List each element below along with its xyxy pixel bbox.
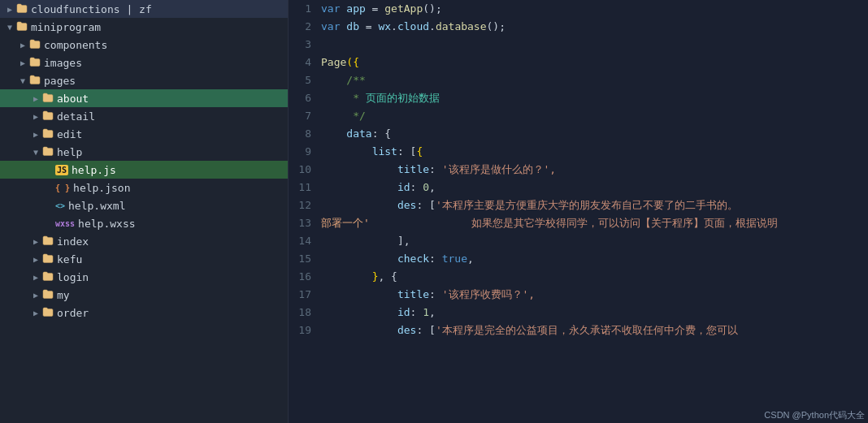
token-kw: var [321,2,346,15]
tree-arrow-about: ▶ [29,94,42,103]
sidebar-item-detail[interactable]: ▶detail [0,107,288,125]
line-number: 14 [289,232,321,250]
token-punct [321,163,397,175]
line-code: * 页面的初始数据 [321,89,868,107]
line-number: 13 [289,214,321,232]
sidebar-item-login[interactable]: ▶login [0,268,288,286]
code-editor: 1var app = getApp();2var db = wx.cloud.d… [289,0,868,423]
tree-label-login: login [57,271,89,283]
line-code: 部署一个' 如果您是其它学校得同学，可以访问【关于程序】页面，根据说明 [321,214,868,232]
token-punct: : [429,163,442,175]
code-line: 14 ], [289,232,868,250]
token-punct [321,306,397,318]
line-number: 1 [289,0,321,18]
sidebar-item-edit[interactable]: ▶edit [0,125,288,143]
tree-arrow-miniprogram: ▼ [3,23,16,32]
line-code: var db = wx.cloud.database(); [321,18,868,36]
sidebar-item-helpjs[interactable]: JShelp.js [0,161,288,179]
sidebar-item-order[interactable]: ▶order [0,304,288,322]
token-str: '本程序主要是方便重庆大学的朋友发布自己不要了的二手书的。 [436,199,738,211]
tree-arrow-index: ▶ [29,237,42,246]
token-kw: var [321,20,346,32]
tree-icon-folder [42,110,54,123]
line-number: 5 [289,71,321,89]
line-number: 10 [289,161,321,179]
token-prop: cloud [397,20,429,32]
tree-label-index: index [57,235,89,248]
token-punct: = [366,2,384,15]
sidebar-item-pages[interactable]: ▼pages [0,71,288,89]
line-code: var app = getApp(); [321,0,868,18]
token-fn: Page [321,56,346,68]
sidebar-item-miniprogram[interactable]: ▼miniprogram [0,18,288,36]
line-code: des: ['本程序主要是方便重庆大学的朋友发布自己不要了的二手书的。 [321,196,868,214]
token-bool: true [442,253,467,265]
line-code: }, { [321,268,868,286]
sidebar-item-cloudfunctions[interactable]: ▶cloudfunctions | zf [0,0,288,18]
token-punct: : [ [416,199,435,211]
token-punct: : [429,288,442,300]
token-punct: : [ [416,324,435,336]
sidebar-item-my[interactable]: ▶my [0,286,288,304]
line-number: 4 [289,54,321,71]
line-number: 9 [289,143,321,161]
code-line: 9 list: [{ [289,143,868,161]
file-tree[interactable]: ▶cloudfunctions | zf▼miniprogram▶compone… [0,0,289,423]
tree-icon-folder [42,93,54,105]
token-cn-orange: 部署一个' [321,217,370,229]
tree-label-kefu: kefu [57,253,82,265]
code-area: 1var app = getApp();2var db = wx.cloud.d… [289,0,868,339]
sidebar-item-components[interactable]: ▶components [0,36,288,54]
tree-arrow-login: ▶ [29,273,42,282]
code-line: 16 }, { [289,268,868,286]
token-num: 0 [423,181,429,193]
line-number: 15 [289,250,321,268]
tree-icon-folder [16,3,28,15]
line-number: 17 [289,286,321,304]
code-line: 7 */ [289,107,868,125]
sidebar-item-about[interactable]: ▶about [0,89,288,107]
tree-label-edit: edit [57,128,82,140]
tree-icon-folder [42,307,54,319]
sidebar-item-helpjson[interactable]: { }help.json [0,179,288,196]
token-punct: . [429,20,436,32]
token-str: 如果您是其它学校得同学，可以访问【关于程序】页面，根据说明 [471,217,778,229]
code-line: 15 check: true, [289,250,868,268]
token-prop: title [397,288,429,300]
line-number: 12 [289,196,321,214]
line-code: check: true, [321,250,868,268]
tree-arrow-edit: ▶ [29,130,42,139]
token-punct [321,324,397,336]
line-code [321,36,868,54]
token-punct: , [429,181,436,193]
sidebar-item-helpwxml[interactable]: <>help.wxml [0,196,288,214]
line-code: data: { [321,125,868,143]
token-cmt: /** [321,74,366,86]
line-code: list: [{ [321,143,868,161]
sidebar-item-index[interactable]: ▶index [0,232,288,250]
code-line: 6 * 页面的初始数据 [289,89,868,107]
tree-icon-folder [16,21,28,33]
sidebar-item-kefu[interactable]: ▶kefu [0,250,288,268]
code-line: 10 title: '该程序是做什么的？', [289,161,868,179]
line-number: 6 [289,89,321,107]
token-punct: . [391,20,397,32]
tree-icon-folder [29,57,41,69]
token-punct [370,217,471,229]
line-number: 3 [289,36,321,54]
tree-icon-json: { } [55,182,70,193]
sidebar-item-helpwxss[interactable]: wxsshelp.wxss [0,214,288,232]
tree-icon-wxss: wxss [55,218,75,229]
line-code: title: '该程序是做什么的？', [321,161,868,179]
token-prop: list [372,145,397,158]
token-punct [321,199,397,211]
code-line: 19 des: ['本程序是完全的公益项目，永久承诺不收取任何中介费，您可以 [289,322,868,339]
line-code: Page({ [321,54,868,71]
code-line: 18 id: 1, [289,304,868,322]
sidebar-item-images[interactable]: ▶images [0,54,288,71]
line-number: 19 [289,322,321,339]
code-line: 17 title: '该程序收费吗？', [289,286,868,304]
token-prop: app [346,2,365,15]
sidebar-item-help[interactable]: ▼help [0,143,288,161]
token-prop: wx [378,20,391,32]
